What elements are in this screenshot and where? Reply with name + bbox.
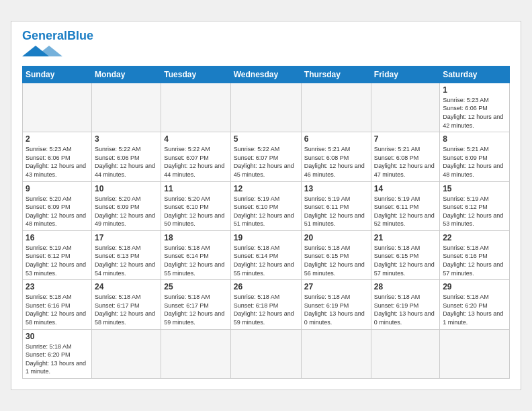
day-header-monday: Monday xyxy=(92,66,161,83)
day-info: Sunrise: 5:18 AM Sunset: 6:20 PM Dayligh… xyxy=(26,342,89,376)
day-info: Sunrise: 5:18 AM Sunset: 6:17 PM Dayligh… xyxy=(164,293,227,326)
day-info: Sunrise: 5:22 AM Sunset: 6:06 PM Dayligh… xyxy=(95,145,158,179)
week-row-4: 23Sunrise: 5:18 AM Sunset: 6:16 PM Dayli… xyxy=(23,280,510,329)
day-cell: 1Sunrise: 5:23 AM Sunset: 6:06 PM Daylig… xyxy=(440,83,510,132)
day-cell xyxy=(371,329,439,378)
day-cell: 30Sunrise: 5:18 AM Sunset: 6:20 PM Dayli… xyxy=(23,329,92,378)
day-cell: 28Sunrise: 5:18 AM Sunset: 6:19 PM Dayli… xyxy=(371,280,439,329)
day-info: Sunrise: 5:23 AM Sunset: 6:06 PM Dayligh… xyxy=(26,145,89,179)
logo: GeneralBlue xyxy=(22,30,93,59)
day-cell: 22Sunrise: 5:18 AM Sunset: 6:16 PM Dayli… xyxy=(440,230,510,279)
day-number: 16 xyxy=(26,233,89,242)
day-number: 5 xyxy=(234,134,298,144)
day-cell: 19Sunrise: 5:18 AM Sunset: 6:14 PM Dayli… xyxy=(230,230,301,279)
day-info: Sunrise: 5:18 AM Sunset: 6:14 PM Dayligh… xyxy=(234,244,298,277)
day-cell: 29Sunrise: 5:18 AM Sunset: 6:20 PM Dayli… xyxy=(440,280,510,329)
day-number: 14 xyxy=(374,184,437,193)
day-info: Sunrise: 5:22 AM Sunset: 6:07 PM Dayligh… xyxy=(164,145,227,179)
day-cell: 24Sunrise: 5:18 AM Sunset: 6:17 PM Dayli… xyxy=(92,280,161,329)
day-info: Sunrise: 5:19 AM Sunset: 6:12 PM Dayligh… xyxy=(443,195,506,228)
day-number: 17 xyxy=(95,233,158,242)
day-cell xyxy=(301,83,371,132)
day-number: 28 xyxy=(374,282,437,291)
day-cell: 27Sunrise: 5:18 AM Sunset: 6:19 PM Dayli… xyxy=(301,280,371,329)
day-number: 24 xyxy=(95,282,158,291)
day-cell: 25Sunrise: 5:18 AM Sunset: 6:17 PM Dayli… xyxy=(161,280,230,329)
day-cell xyxy=(23,83,92,132)
day-info: Sunrise: 5:19 AM Sunset: 6:11 PM Dayligh… xyxy=(304,195,368,228)
day-info: Sunrise: 5:18 AM Sunset: 6:19 PM Dayligh… xyxy=(304,293,368,326)
day-cell: 7Sunrise: 5:21 AM Sunset: 6:08 PM Daylig… xyxy=(371,132,439,181)
day-number: 29 xyxy=(443,282,506,291)
day-info: Sunrise: 5:19 AM Sunset: 6:12 PM Dayligh… xyxy=(26,244,89,277)
day-number: 23 xyxy=(26,282,89,291)
day-cell xyxy=(161,83,230,132)
day-cell: 6Sunrise: 5:21 AM Sunset: 6:08 PM Daylig… xyxy=(301,132,371,181)
day-number: 27 xyxy=(304,282,368,291)
day-info: Sunrise: 5:20 AM Sunset: 6:09 PM Dayligh… xyxy=(26,195,89,228)
day-info: Sunrise: 5:18 AM Sunset: 6:20 PM Dayligh… xyxy=(443,293,506,326)
day-number: 9 xyxy=(26,184,89,193)
day-cell: 5Sunrise: 5:22 AM Sunset: 6:07 PM Daylig… xyxy=(230,132,301,181)
week-row-2: 9Sunrise: 5:20 AM Sunset: 6:09 PM Daylig… xyxy=(23,181,510,230)
day-info: Sunrise: 5:18 AM Sunset: 6:16 PM Dayligh… xyxy=(443,244,506,277)
day-cell: 11Sunrise: 5:20 AM Sunset: 6:10 PM Dayli… xyxy=(161,181,230,230)
day-number: 6 xyxy=(304,134,368,144)
day-cell: 14Sunrise: 5:19 AM Sunset: 6:11 PM Dayli… xyxy=(371,181,439,230)
day-info: Sunrise: 5:22 AM Sunset: 6:07 PM Dayligh… xyxy=(234,145,298,179)
day-info: Sunrise: 5:19 AM Sunset: 6:11 PM Dayligh… xyxy=(374,195,437,228)
day-number: 18 xyxy=(164,233,227,242)
day-number: 7 xyxy=(374,134,437,144)
day-info: Sunrise: 5:18 AM Sunset: 6:13 PM Dayligh… xyxy=(95,244,158,277)
day-header-sunday: Sunday xyxy=(23,66,92,83)
day-cell: 12Sunrise: 5:19 AM Sunset: 6:10 PM Dayli… xyxy=(230,181,301,230)
day-header-friday: Friday xyxy=(371,66,439,83)
day-header-thursday: Thursday xyxy=(301,66,371,83)
day-cell: 26Sunrise: 5:18 AM Sunset: 6:18 PM Dayli… xyxy=(230,280,301,329)
calendar-container: GeneralBlue SundayMondayTuesdayWednesday… xyxy=(11,21,521,390)
day-info: Sunrise: 5:20 AM Sunset: 6:09 PM Dayligh… xyxy=(95,195,158,228)
day-number: 12 xyxy=(234,184,298,193)
day-number: 25 xyxy=(164,282,227,291)
day-cell: 8Sunrise: 5:21 AM Sunset: 6:09 PM Daylig… xyxy=(440,132,510,181)
day-number: 19 xyxy=(234,233,298,242)
week-row-3: 16Sunrise: 5:19 AM Sunset: 6:12 PM Dayli… xyxy=(23,230,510,279)
day-number: 26 xyxy=(234,282,298,291)
day-info: Sunrise: 5:21 AM Sunset: 6:09 PM Dayligh… xyxy=(443,145,506,179)
day-info: Sunrise: 5:21 AM Sunset: 6:08 PM Dayligh… xyxy=(374,145,437,179)
day-cell: 13Sunrise: 5:19 AM Sunset: 6:11 PM Dayli… xyxy=(301,181,371,230)
day-header-tuesday: Tuesday xyxy=(161,66,230,83)
day-number: 10 xyxy=(95,184,158,193)
day-number: 2 xyxy=(26,134,89,144)
day-header-wednesday: Wednesday xyxy=(230,66,301,83)
week-row-1: 2Sunrise: 5:23 AM Sunset: 6:06 PM Daylig… xyxy=(23,132,510,181)
logo-general: General xyxy=(22,29,67,42)
day-cell xyxy=(230,329,301,378)
day-cell xyxy=(440,329,510,378)
day-info: Sunrise: 5:18 AM Sunset: 6:17 PM Dayligh… xyxy=(95,293,158,326)
day-cell xyxy=(92,83,161,132)
days-header-row: SundayMondayTuesdayWednesdayThursdayFrid… xyxy=(23,66,510,83)
day-info: Sunrise: 5:21 AM Sunset: 6:08 PM Dayligh… xyxy=(304,145,368,179)
day-number: 8 xyxy=(443,134,506,144)
day-info: Sunrise: 5:18 AM Sunset: 6:19 PM Dayligh… xyxy=(374,293,437,326)
day-info: Sunrise: 5:19 AM Sunset: 6:10 PM Dayligh… xyxy=(234,195,298,228)
day-header-saturday: Saturday xyxy=(440,66,510,83)
calendar-table: SundayMondayTuesdayWednesdayThursdayFrid… xyxy=(22,66,510,379)
day-info: Sunrise: 5:18 AM Sunset: 6:18 PM Dayligh… xyxy=(234,293,298,326)
day-cell xyxy=(161,329,230,378)
logo-text: GeneralBlue xyxy=(22,30,93,43)
day-number: 4 xyxy=(164,134,227,144)
day-cell: 18Sunrise: 5:18 AM Sunset: 6:14 PM Dayli… xyxy=(161,230,230,279)
day-cell: 9Sunrise: 5:20 AM Sunset: 6:09 PM Daylig… xyxy=(23,181,92,230)
day-info: Sunrise: 5:18 AM Sunset: 6:14 PM Dayligh… xyxy=(164,244,227,277)
day-cell: 10Sunrise: 5:20 AM Sunset: 6:09 PM Dayli… xyxy=(92,181,161,230)
day-info: Sunrise: 5:23 AM Sunset: 6:06 PM Dayligh… xyxy=(443,96,506,130)
day-cell: 2Sunrise: 5:23 AM Sunset: 6:06 PM Daylig… xyxy=(23,132,92,181)
day-number: 11 xyxy=(164,184,227,193)
logo-icon xyxy=(22,44,62,59)
day-cell xyxy=(230,83,301,132)
day-number: 1 xyxy=(443,85,506,95)
logo-blue: Blue xyxy=(67,29,93,42)
day-cell: 3Sunrise: 5:22 AM Sunset: 6:06 PM Daylig… xyxy=(92,132,161,181)
